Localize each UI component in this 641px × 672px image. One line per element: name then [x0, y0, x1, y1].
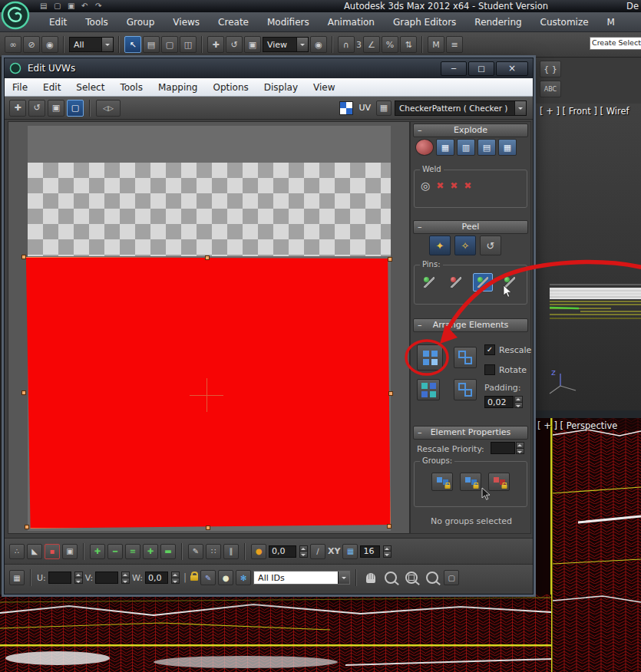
redo-icon[interactable]: ↷ [95, 0, 101, 12]
pack-custom-button[interactable] [454, 379, 477, 400]
open-icon[interactable]: ▢ [54, 0, 61, 12]
loop-selection-icon[interactable]: ≡ [125, 544, 140, 559]
select-and-scale-icon[interactable]: ▣ [244, 36, 261, 53]
menu-views[interactable]: Views [164, 17, 209, 28]
quick-peel-icon[interactable]: ✦ [429, 236, 451, 255]
collapse-icon[interactable]: – [418, 427, 422, 438]
target-weld-icon[interactable]: ◎ [421, 180, 430, 192]
menu-create[interactable]: Create [209, 17, 258, 28]
rearrange-elements-button[interactable] [417, 379, 440, 400]
uvw-titlebar[interactable]: Edit UVWs ─ □ × [5, 58, 533, 78]
spinner-snap-icon[interactable]: ⇅ [400, 36, 417, 53]
u-field[interactable] [48, 572, 71, 584]
falloff-type-icon[interactable]: ● [251, 544, 266, 559]
3dsmax-logo-icon[interactable] [0, 0, 31, 31]
uvw-mirror-icon[interactable]: ◁▷ [96, 100, 121, 117]
reset-peel-icon[interactable]: ↺ [480, 236, 501, 255]
front-viewport[interactable]: z [534, 104, 641, 410]
falloff-spinner[interactable] [299, 545, 308, 558]
menu-edit[interactable]: Edit [40, 17, 76, 28]
mirror-icon[interactable]: M [428, 36, 444, 53]
pin-tool-icon[interactable] [419, 273, 439, 292]
use-center-icon[interactable]: ◉ [310, 36, 327, 53]
percent-snap-icon[interactable]: % [382, 36, 398, 53]
uv-handle[interactable] [21, 255, 26, 259]
flatten-by-material-icon[interactable]: ▦ [498, 139, 517, 156]
show-map-icon[interactable] [339, 101, 353, 115]
uvw-freeform-icon[interactable]: ▢ [67, 100, 84, 117]
menu-group[interactable]: Group [117, 17, 164, 28]
maximize-button[interactable]: □ [468, 61, 494, 76]
shrink-selection-icon[interactable]: ━ [107, 544, 123, 559]
weld-any-icon[interactable]: ✖ [464, 180, 471, 191]
zoom-region-icon[interactable] [405, 572, 418, 584]
unpin-tool-icon[interactable] [446, 273, 466, 292]
group-selected-icon[interactable] [431, 473, 453, 491]
save-icon[interactable]: ▣ [68, 0, 74, 12]
spellcheck-icon[interactable]: ABC [540, 81, 561, 97]
brush-size-icon[interactable]: ∷ [206, 544, 221, 559]
grid-size-field[interactable]: 16 [360, 545, 380, 558]
uv-handle[interactable] [205, 255, 210, 260]
paint-soft-selection-icon[interactable]: ◣ [27, 544, 42, 559]
soft-selection-icon[interactable]: ∴ [9, 544, 25, 559]
zoom-to-gizmo-icon[interactable]: ▢ [444, 570, 459, 585]
perspective-viewport-label[interactable]: [ + ] [ Perspective [537, 420, 617, 431]
rollout-element-properties[interactable]: – Element Properties [413, 426, 528, 440]
menu-animation[interactable]: Animation [319, 17, 384, 28]
grow-loop-icon[interactable]: ✚ [143, 544, 158, 559]
select-and-link-icon[interactable]: ∞ [5, 36, 21, 53]
rollout-explode[interactable]: – Explode [413, 124, 528, 137]
padding-spinner[interactable] [514, 396, 523, 408]
minimize-button[interactable]: ─ [441, 61, 467, 76]
v-field[interactable] [95, 572, 118, 584]
select-and-rotate-icon[interactable]: ↺ [226, 36, 243, 53]
copy-selection-icon[interactable]: ▣ [62, 544, 78, 559]
paint-weights-icon[interactable]: ✎ [200, 570, 216, 585]
rescale-checkbox[interactable]: ✓ [484, 344, 495, 355]
viewport-divider[interactable] [534, 410, 641, 418]
v-spinner[interactable] [121, 572, 130, 584]
select-by-name-icon[interactable]: ▤ [143, 36, 160, 53]
dropdown-arrow-icon[interactable] [338, 572, 349, 584]
rescale-priority-spinner[interactable] [516, 442, 524, 454]
uv-handle[interactable] [388, 391, 393, 396]
angle-snap-icon[interactable]: ∠ [363, 36, 380, 53]
explode-icon[interactable] [415, 139, 434, 156]
uv-island-selected[interactable] [24, 257, 391, 529]
select-group-icon[interactable] [460, 473, 481, 491]
uvw-menu-options[interactable]: Options [205, 82, 256, 93]
selected-subobject-icon[interactable]: ▪ [45, 544, 60, 559]
flatten-by-smoothing-icon[interactable]: ▤ [477, 139, 496, 156]
padding-field[interactable]: 0,02 [484, 396, 514, 408]
pelt-map-icon[interactable]: ✧ [454, 236, 476, 255]
pin-selected-icon[interactable] [473, 273, 493, 292]
dropdown-arrow-icon[interactable] [101, 38, 113, 51]
menu-maxscript[interactable]: M [598, 17, 624, 28]
weld-all-icon[interactable]: ✖ [450, 180, 458, 191]
paint-select-icon[interactable]: ✎ [188, 544, 203, 559]
bind-to-space-warp-icon[interactable]: ◉ [41, 36, 58, 53]
grow-selection-icon[interactable]: ✚ [90, 544, 105, 559]
unlink-selection-icon[interactable]: ⊘ [23, 36, 40, 53]
unpin-selected-icon[interactable] [500, 273, 520, 292]
pack-together-button[interactable] [454, 347, 477, 368]
uvw-menu-display[interactable]: Display [256, 82, 306, 93]
dropdown-arrow-icon[interactable] [514, 101, 526, 115]
grid-size-spinner[interactable] [383, 545, 392, 558]
rollout-arrange-elements[interactable]: – Arrange Elements [413, 318, 528, 332]
rescale-priority-field[interactable] [491, 442, 515, 454]
weld-selected-icon[interactable]: ✖ [436, 180, 444, 191]
menu-rendering[interactable]: Rendering [465, 17, 530, 28]
lock-selection-icon[interactable] [190, 575, 198, 581]
uvw-menu-view[interactable]: View [306, 82, 342, 93]
ungroup-icon[interactable] [488, 473, 510, 491]
uv-grid-icon[interactable]: ▦ [376, 100, 392, 116]
break-icon[interactable]: ▦ [436, 139, 454, 156]
w-field[interactable]: 0,0 [145, 572, 168, 584]
window-crossing-icon[interactable]: ◫ [180, 36, 197, 53]
absolute-typein-icon[interactable]: ▦ [9, 570, 25, 585]
snaps-toggle-icon[interactable]: ∩ [338, 36, 355, 53]
w-spinner[interactable] [171, 572, 180, 584]
dropdown-arrow-icon[interactable] [296, 38, 308, 51]
